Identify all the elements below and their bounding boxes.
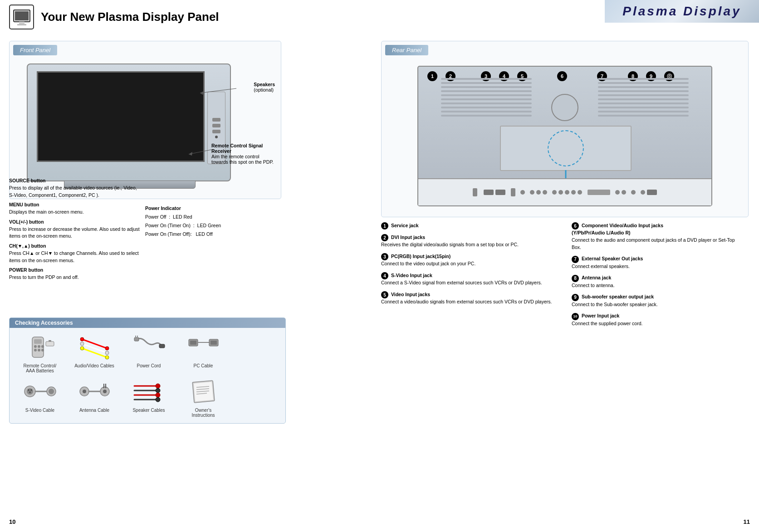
speaker-callout: Speakers (optional) [254,82,275,93]
vol-button-name: VOL(+/-) button [9,219,141,226]
rear-panel-diagram: 1 2 3 4 5 6 7 8 9 ⓪ [385,59,744,213]
svg-rect-32 [190,341,196,345]
menu-button-name: MENU button [9,201,141,209]
rear-center-circle [551,94,578,121]
num-2: 2 [381,234,388,241]
svg-point-14 [38,349,40,351]
svg-line-21 [82,344,107,353]
power-input-title: Power Input jack [582,313,619,318]
page-number-right: 11 [744,518,750,525]
svg-point-40 [29,391,31,393]
antenna-jack-title: Antenna jack [582,275,611,280]
svg-rect-9 [34,339,42,344]
rear-tv-vents-left [441,78,532,114]
page-header: Your New Plasma Display Panel [9,5,219,29]
tv-front [27,63,231,181]
svg-point-22 [80,342,84,346]
speaker-desc: (optional) [254,87,274,93]
front-panel-label: Front Panel [13,45,57,55]
tv-btn-3 [212,130,220,133]
desc-power-input: 10 Power Input jack Connect the supplied… [572,312,744,327]
num-10: 10 [572,313,579,320]
rear-panel-section: Rear Panel [381,41,749,217]
vol-button-desc: Press to increase or decrease the volume… [9,226,140,239]
port-spk1 [615,190,620,195]
front-info: SOURCE button Press to display all of th… [9,175,141,281]
source-button-desc: Press to display all of the available vi… [9,185,137,198]
power-button-desc: Press to turn the PDP on and off. [9,274,79,280]
power-cord-icon [131,333,167,361]
accessory-power-cord: Power Cord [124,333,174,373]
antenna-icon [76,378,113,405]
svg-point-10 [34,345,37,348]
antenna-label: Antenna Cable [79,408,109,413]
port-comp1 [552,190,557,195]
svg-rect-28 [159,344,165,348]
svg-rect-2 [19,22,24,24]
svg-marker-5 [200,91,204,95]
tv-led [215,136,218,138]
svg-point-11 [38,345,40,348]
remote-icon [22,333,58,361]
accessory-manual: Owner'sInstructions [178,378,228,418]
port-num-6: 6 [557,71,567,81]
port-comp3 [565,190,569,195]
num-1: 1 [381,222,388,229]
port-dvi2 [495,190,505,195]
desc-video: 5 Video Input jacks Connect a video/audi… [381,291,563,306]
dvi-title: DVI Input jacks [391,234,425,240]
num-8: 8 [572,275,579,282]
svg-point-13 [34,349,37,351]
port-vid1 [530,190,534,195]
tv-screen [37,71,205,162]
num-7: 7 [572,256,579,263]
component-title: Component Video/Audio Input jacks [582,223,663,228]
remote-signal-title: Remote Control Signal Receiver [211,143,263,154]
port-service [473,188,477,196]
port-num-1: 1 [427,71,437,81]
subwoofer-desc: Connect to the Sub-woofer speaker jack. [572,302,658,307]
port-comp5 [578,190,582,195]
power-on-timer-on-row: Power On (Timer On) : LED Green [145,221,268,230]
dvi-desc: Receives the digital video/audio signals… [381,242,519,247]
accessory-remote: Remote Control/AAA Batteries [15,333,65,373]
page-title: Your New Plasma Display Panel [41,10,219,24]
manual-label: Owner'sInstructions [191,408,215,418]
svg-point-15 [41,349,44,351]
page-icon [9,5,34,29]
antenna-jack-desc: Connect to antenna. [572,283,615,288]
svg-point-20 [105,347,109,350]
num-9: 9 [572,294,579,301]
video-input-desc: Connect a video/audio signals from exter… [381,299,552,304]
accessories-grid: Remote Control/AAA Batteries Audio/Video… [10,328,285,423]
svg-point-43 [49,389,54,394]
svg-point-23 [105,351,109,355]
rear-descriptions: 1 Service jack 2 DVI Input jacks Receive… [381,222,749,332]
rear-desc-left: 1 Service jack 2 DVI Input jacks Receive… [381,222,563,332]
pc-cable-label: PC Cable [194,363,213,368]
speaker-cables-label: Speaker Cables [132,408,165,413]
svg-point-19 [80,337,84,341]
remote-label: Remote Control/AAA Batteries [24,363,57,373]
svg-point-54 [156,388,160,393]
svg-line-18 [82,339,107,348]
desc-antenna: 8 Antenna jack Connect to antenna. [572,274,744,289]
ch-button-name: CH(▼,▲) button [9,243,141,250]
service-jack-title: Service jack [391,223,419,228]
accessory-svideo: S-Video Cable [15,378,65,418]
component-desc: Connect to the audio and component outpu… [572,237,735,250]
svideo-icon [22,378,58,405]
num-3: 3 [381,253,388,260]
svg-line-4 [200,88,236,93]
port-spk2 [622,190,626,195]
svg-point-56 [156,393,160,397]
svg-point-58 [156,397,160,402]
svg-point-39 [30,389,32,391]
video-input-title: Video Input jacks [391,292,430,297]
port-label-area [588,190,610,195]
ch-button-desc: Press CH▲ or CH▼ to change Channels. Als… [9,250,139,263]
rear-panel-label: Rear Panel [385,45,428,55]
svg-point-12 [41,345,44,348]
svg-point-48 [103,390,107,393]
menu-button-desc: Displays the main on-screen menu. [9,209,84,215]
